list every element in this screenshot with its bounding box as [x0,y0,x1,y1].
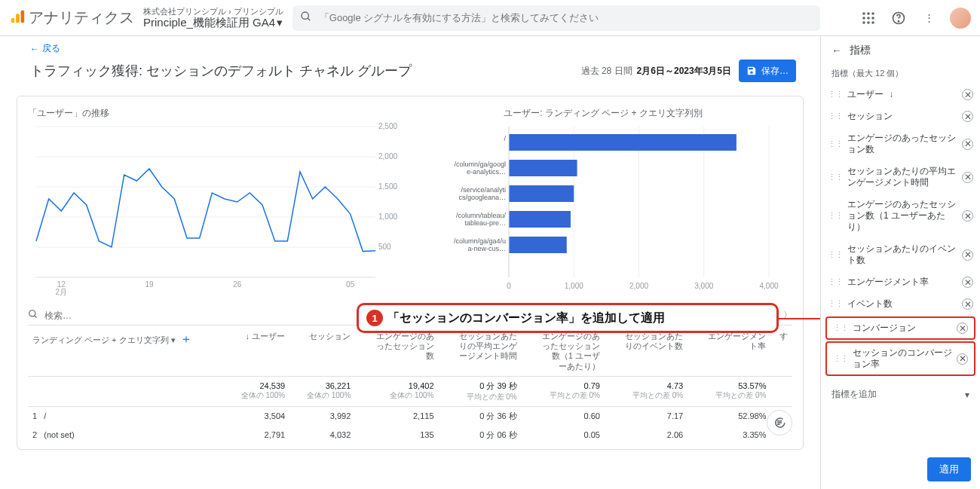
svg-text:2,000: 2,000 [378,152,397,160]
drag-handle-icon[interactable]: ⋮⋮ [828,250,843,260]
remove-metric-icon[interactable]: ✕ [957,322,968,334]
search-icon [300,11,312,25]
table-totals-row: 24,539全体の 100%36,221全体の 100%19,402全体の 10… [28,376,792,406]
back-link[interactable]: ← 戻る [30,42,796,55]
svg-line-58 [35,316,37,318]
metric-header[interactable]: セッションあたりのイベント数 [605,327,688,376]
line-chart-title: 「ユーザー」の推移 [28,107,406,120]
drag-handle-icon[interactable]: ⋮⋮ [833,354,848,364]
back-arrow-icon[interactable]: ← [831,44,842,57]
table-header-row: ランディング ページ + クエリ文字列 ▾ ＋↓ ユーザーセッションエンゲージの… [28,327,792,376]
metric-label: イベント数 [847,298,962,310]
remove-metric-icon[interactable]: ✕ [962,172,973,183]
table-row[interactable]: 2 (not set)2,7914,0321350 分 06 秒0.052.06… [28,426,792,445]
remove-metric-icon[interactable]: ✕ [962,277,973,288]
global-search-input[interactable] [318,11,813,24]
add-dimension-button[interactable]: ＋ [180,332,192,345]
metric-item[interactable]: ⋮⋮ユーザー ↓✕ [821,84,980,105]
svg-text:1,500: 1,500 [378,182,397,191]
help-icon[interactable] [890,9,908,27]
apply-button[interactable]: 適用 [927,457,971,481]
metric-header[interactable]: エンゲージのあったセッション数（1 ユーザーあたり） [522,327,605,376]
metric-header[interactable]: エンゲージメント率 [688,327,770,376]
metric-item[interactable]: ⋮⋮エンゲージのあったセッション数✕ [821,127,980,160]
metric-item[interactable]: ⋮⋮セッションのコンバージョン率✕ [825,341,975,376]
remove-metric-icon[interactable]: ✕ [962,89,973,100]
svg-rect-0 [11,18,15,23]
svg-point-12 [867,21,870,24]
arrow-left-icon: ← [30,44,39,54]
svg-text:2月: 2月 [56,288,68,296]
data-table: ランディング ページ + クエリ文字列 ▾ ＋↓ ユーザーセッションエンゲージの… [28,327,792,445]
metric-header[interactable]: エンゲージのあったセッション数 [355,327,438,376]
annotation-badge: 1 [366,310,383,326]
metric-header[interactable]: セッション [289,327,355,376]
svg-text:/column/ga/ga4/u: /column/ga/ga4/u [454,237,506,245]
apps-icon[interactable] [859,9,877,27]
drag-handle-icon[interactable]: ⋮⋮ [828,112,843,121]
svg-rect-44 [509,160,577,176]
metric-label: セッションあたりのイベント数 [847,243,962,266]
metric-item[interactable]: ⋮⋮セッションあたりの平均エンゲージメント時間✕ [821,160,980,194]
date-range-picker[interactable]: 過去 28 日間 2月6日～2023年3月5日 [581,65,731,78]
metric-item[interactable]: ⋮⋮コンバージョン✕ [825,316,975,340]
svg-text:2,000: 2,000 [629,282,648,290]
line-chart: 「ユーザー」の推移 5001,0001,5002,0002,500122月192… [28,107,406,298]
metrics-list: ⋮⋮ユーザー ↓✕⋮⋮セッション✕⋮⋮エンゲージのあったセッション数✕⋮⋮セッシ… [821,84,980,377]
metric-item[interactable]: ⋮⋮エンゲージメント率✕ [821,271,980,293]
metric-item[interactable]: ⋮⋮エンゲージのあったセッション数（1 ユーザーあたり）✕ [821,194,980,238]
avatar[interactable] [950,8,971,29]
metric-item[interactable]: ⋮⋮イベント数✕ [821,293,980,315]
drag-handle-icon[interactable]: ⋮⋮ [833,323,848,333]
drag-handle-icon[interactable]: ⋮⋮ [828,139,843,149]
metric-label: エンゲージのあったセッション数 [847,133,962,155]
remove-metric-icon[interactable]: ✕ [957,353,968,365]
svg-point-7 [871,12,874,15]
brand: アナリティクス [9,8,134,28]
metric-header[interactable]: セッションあたりの平均エンゲージメント時間 [439,327,522,376]
metric-label: エンゲージメント率 [847,277,962,288]
save-button[interactable]: 保存… [739,60,796,82]
remove-metric-icon[interactable]: ✕ [962,298,973,310]
metric-item[interactable]: ⋮⋮セッション✕ [821,105,980,127]
bar-chart: ユーザー: ランディング ページ + クエリ文字列別 01,0002,0003,… [414,107,792,298]
dimension-header[interactable]: ランディング ページ + クエリ文字列 ▾ ＋ [28,327,224,376]
svg-text:1,000: 1,000 [565,282,583,290]
metrics-panel-title: 指標 [850,44,871,57]
drag-handle-icon[interactable]: ⋮⋮ [828,299,843,309]
appbar-actions: ⋮ [859,8,971,29]
more-icon[interactable]: ⋮ [920,9,938,27]
svg-point-5 [862,12,865,15]
svg-point-8 [862,17,865,20]
drag-handle-icon[interactable]: ⋮⋮ [828,277,843,287]
property-selector[interactable]: 株式会社プリンシプル › プリンシプル Principle_機能検証用 GA4 … [143,7,283,29]
add-metric[interactable]: 指標を追加 ▾ [821,381,980,408]
metric-header[interactable]: ↓ ユーザー [224,327,289,376]
remove-metric-icon[interactable]: ✕ [962,249,973,261]
drag-handle-icon[interactable]: ⋮⋮ [828,173,843,182]
metric-label: セッションのコンバージョン率 [853,347,957,370]
remove-metric-icon[interactable]: ✕ [962,210,973,222]
metric-label: エンゲージのあったセッション数（1 ユーザーあたり） [847,199,962,233]
drag-handle-icon[interactable]: ⋮⋮ [828,211,843,221]
annotation-text: 「セッションのコンバージョン率」を追加して適用 [387,310,665,326]
metric-header[interactable]: す [770,327,792,376]
sort-desc-icon: ↓ [887,89,893,99]
drag-handle-icon[interactable]: ⋮⋮ [828,90,843,99]
feedback-button[interactable] [767,410,792,436]
metric-item[interactable]: ⋮⋮セッションあたりのイベント数✕ [821,238,980,271]
pager-next[interactable]: 〉 [783,309,792,322]
svg-text:/: / [504,135,506,142]
table-row[interactable]: 1 /3,5043,9922,1150 分 36 秒0.607.1752.98% [28,406,792,426]
svg-text:/service/analyti: /service/analyti [461,186,506,194]
svg-point-13 [871,21,874,24]
remove-metric-icon[interactable]: ✕ [962,111,973,122]
global-search[interactable] [292,5,820,31]
report-card: 「ユーザー」の推移 5001,0001,5002,0002,500122月192… [17,96,804,450]
svg-point-10 [871,17,874,20]
svg-point-9 [867,17,870,20]
svg-text:3,000: 3,000 [694,282,713,290]
svg-rect-47 [509,185,574,202]
remove-metric-icon[interactable]: ✕ [962,139,973,150]
search-icon [28,309,38,322]
